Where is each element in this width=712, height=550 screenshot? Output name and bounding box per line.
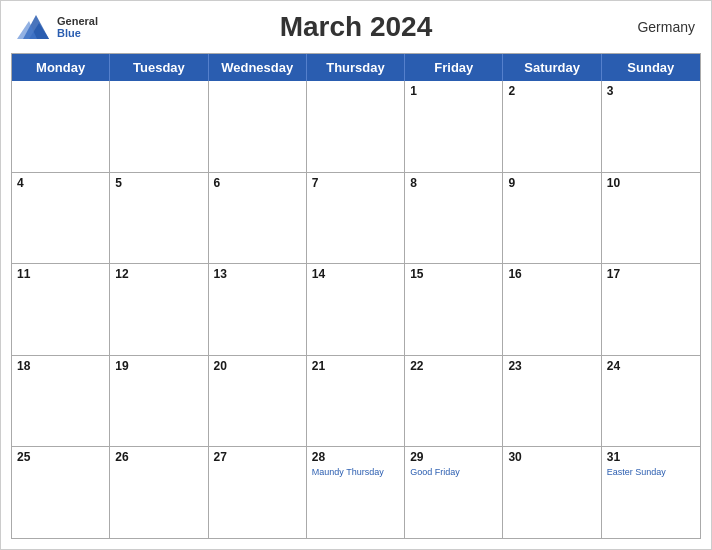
day-cell: 1 [405,81,503,172]
day-number: 23 [508,359,595,373]
holiday-label: Easter Sunday [607,467,695,478]
holiday-label: Good Friday [410,467,497,478]
day-cell: 7 [307,173,405,264]
day-cell [307,81,405,172]
day-cell: 23 [503,356,601,447]
day-cell: 9 [503,173,601,264]
day-number: 24 [607,359,695,373]
day-number: 14 [312,267,399,281]
day-number: 18 [17,359,104,373]
day-cell: 8 [405,173,503,264]
header-thursday: Thursday [307,54,405,81]
week-row-2: 45678910 [12,172,700,264]
day-number: 9 [508,176,595,190]
day-number: 15 [410,267,497,281]
day-number: 22 [410,359,497,373]
day-cell: 29Good Friday [405,447,503,538]
weeks-container: 1234567891011121314151617181920212223242… [12,81,700,538]
day-cell [209,81,307,172]
week-row-3: 11121314151617 [12,263,700,355]
calendar-page: General Blue March 2024 Germany Monday T… [0,0,712,550]
day-cell: 11 [12,264,110,355]
holiday-label: Maundy Thursday [312,467,399,478]
day-headers-row: Monday Tuesday Wednesday Thursday Friday… [12,54,700,81]
calendar-grid: Monday Tuesday Wednesday Thursday Friday… [11,53,701,539]
header-friday: Friday [405,54,503,81]
day-number: 5 [115,176,202,190]
day-cell: 4 [12,173,110,264]
day-cell: 6 [209,173,307,264]
week-row-1: 123 [12,81,700,172]
day-cell: 16 [503,264,601,355]
page-header: General Blue March 2024 Germany [1,1,711,49]
day-number: 1 [410,84,497,98]
day-cell: 18 [12,356,110,447]
day-cell: 21 [307,356,405,447]
day-number: 8 [410,176,497,190]
day-number: 25 [17,450,104,464]
day-number: 17 [607,267,695,281]
day-number: 10 [607,176,695,190]
day-cell: 5 [110,173,208,264]
week-row-4: 18192021222324 [12,355,700,447]
header-saturday: Saturday [503,54,601,81]
day-cell: 12 [110,264,208,355]
day-cell: 20 [209,356,307,447]
day-cell: 13 [209,264,307,355]
day-number: 31 [607,450,695,464]
day-cell: 17 [602,264,700,355]
day-number: 2 [508,84,595,98]
day-cell: 24 [602,356,700,447]
day-number: 26 [115,450,202,464]
week-row-5: 25262728Maundy Thursday29Good Friday3031… [12,446,700,538]
header-monday: Monday [12,54,110,81]
day-number: 13 [214,267,301,281]
header-tuesday: Tuesday [110,54,208,81]
day-number: 28 [312,450,399,464]
day-cell: 2 [503,81,601,172]
day-cell: 25 [12,447,110,538]
day-number: 20 [214,359,301,373]
day-cell [12,81,110,172]
day-cell: 27 [209,447,307,538]
day-cell: 19 [110,356,208,447]
page-title: March 2024 [280,11,433,43]
header-wednesday: Wednesday [209,54,307,81]
day-number: 30 [508,450,595,464]
day-number: 12 [115,267,202,281]
logo: General Blue [17,11,98,43]
day-cell: 28Maundy Thursday [307,447,405,538]
day-cell: 22 [405,356,503,447]
day-number: 19 [115,359,202,373]
day-cell: 15 [405,264,503,355]
logo-general: General [57,15,98,27]
day-number: 11 [17,267,104,281]
day-cell [110,81,208,172]
day-cell: 31Easter Sunday [602,447,700,538]
day-number: 6 [214,176,301,190]
day-number: 27 [214,450,301,464]
day-cell: 3 [602,81,700,172]
day-number: 21 [312,359,399,373]
day-number: 3 [607,84,695,98]
day-number: 29 [410,450,497,464]
day-number: 16 [508,267,595,281]
day-cell: 14 [307,264,405,355]
logo-blue: Blue [57,27,98,39]
day-cell: 30 [503,447,601,538]
country-label: Germany [637,19,695,35]
header-sunday: Sunday [602,54,700,81]
day-cell: 10 [602,173,700,264]
day-cell: 26 [110,447,208,538]
day-number: 4 [17,176,104,190]
logo-icon [17,11,55,43]
day-number: 7 [312,176,399,190]
